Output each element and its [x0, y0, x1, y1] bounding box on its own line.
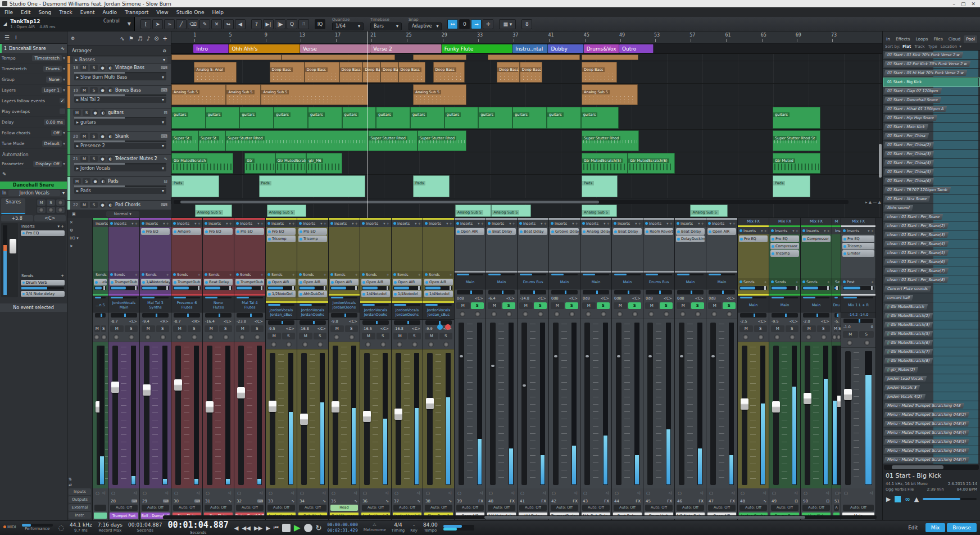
preview-loop-button[interactable]: ∞: [905, 496, 910, 503]
solo-button[interactable]: S: [90, 156, 98, 162]
fader-track[interactable]: [270, 353, 275, 485]
mixer-channel[interactable]: Inserts Ampire Sends TrumpetDub Presence…: [171, 218, 203, 520]
send-level[interactable]: [267, 286, 295, 290]
plugin-button[interactable]: 8: [521, 19, 532, 29]
audio-clip[interactable]: guitars: [581, 107, 619, 129]
solo-button[interactable]: S: [90, 87, 98, 93]
fader-cap[interactable]: [10, 239, 16, 253]
send-slot[interactable]: TrumpetDub: [110, 279, 138, 285]
audio-clip[interactable]: Super St.: [198, 130, 225, 151]
output-selector[interactable]: Main: [580, 273, 611, 289]
solo-button[interactable]: S: [628, 302, 642, 309]
send-slot[interactable]: 1/2NoteDel: [267, 291, 296, 297]
fader-area[interactable]: [140, 342, 171, 488]
pan-slider[interactable]: [362, 320, 389, 325]
instrument-selector[interactable]: ▸ Jordon Vocals ▾: [74, 165, 166, 171]
sends-header[interactable]: Sends: [203, 271, 234, 278]
file-row[interactable]: 01 Start - Per_China: [883, 132, 980, 140]
volume-value[interactable]: -16.8: [394, 327, 403, 331]
file-row[interactable]: clean - 01 Start - Per_Snare(7): [883, 266, 980, 275]
instrument-selector[interactable]: ▸ Mai Tai 2 ▾: [74, 97, 166, 103]
fader-area[interactable]: [297, 349, 328, 488]
mute-button[interactable]: M: [80, 87, 88, 93]
edit-view-button[interactable]: Edit: [902, 523, 923, 532]
automation-mode[interactable]: Auto: Off: [518, 505, 548, 512]
output-selector[interactable]: Main: [769, 296, 800, 312]
instrument-selector[interactable]: ▸ Basses ▾: [73, 57, 167, 63]
timeline-ruler[interactable]: 15913172125293337414549535761656973: [171, 31, 882, 44]
mute-button[interactable]: M: [425, 333, 438, 339]
output-selector[interactable]: Mai Tai 3Synths: [140, 296, 171, 312]
mute-button[interactable]: M: [645, 302, 659, 309]
close-icon[interactable]: ✕: [70, 220, 73, 225]
fader-track[interactable]: [773, 346, 779, 485]
audio-clip[interactable]: Deep Bass: [520, 62, 542, 83]
inserts-header[interactable]: Inserts: [392, 220, 423, 227]
pan-value[interactable]: <C>: [475, 296, 483, 301]
mixer-channel[interactable]: Inserts Open AIR Main: [455, 218, 486, 520]
fader-track[interactable]: [584, 323, 590, 485]
sends-header[interactable]: Se: [832, 278, 841, 285]
output-selector[interactable]: Main: [675, 273, 706, 289]
audio-clip[interactable]: guitars: [410, 107, 444, 129]
output-selector[interactable]: Drums Bus: [643, 273, 674, 289]
monitor-row[interactable]: [360, 488, 391, 497]
audio-clip[interactable]: Super St.: [171, 130, 198, 151]
automation-mode[interactable]: Auto: Off: [392, 505, 423, 512]
audio-clip[interactable]: guitars: [308, 107, 342, 129]
cue-knobs[interactable]: [171, 333, 202, 342]
sort-option[interactable]: Flat: [902, 44, 911, 49]
pan-slider[interactable]: [709, 290, 735, 294]
inspector-param-row[interactable]: Play overlaps: [0, 106, 67, 117]
browser-tab[interactable]: Pool: [964, 35, 977, 43]
pan-value[interactable]: <C>: [349, 319, 357, 324]
mixer-channel[interactable]: Inserts Room Reverb Drums Bus: [643, 218, 675, 520]
solo-button[interactable]: S: [502, 302, 516, 309]
inserts-header[interactable]: Inserts: [360, 220, 391, 227]
audio-clip[interactable]: Deep Bass: [270, 62, 305, 83]
mixer-channel[interactable]: Inserts Beat Delay DelayDucking Main: [675, 218, 706, 520]
audio-clip[interactable]: [282, 55, 395, 60]
fader-area[interactable]: [423, 349, 454, 488]
fader-track[interactable]: [396, 353, 401, 485]
mixer-channel[interactable]: Inserts Beat Delay Drums Bus: [518, 218, 549, 520]
aux-tool-button[interactable]: |▶: [275, 19, 285, 29]
monitor-row[interactable]: [234, 488, 265, 497]
aux-tool-button[interactable]: ▶|: [263, 19, 274, 29]
pan-value[interactable]: <C>: [286, 327, 294, 331]
file-row[interactable]: gtr_Mutes(2): [883, 365, 980, 374]
solo-button[interactable]: S: [565, 302, 579, 309]
pan-value[interactable]: 0: [871, 325, 873, 329]
sends-header[interactable]: Sends: [738, 278, 769, 285]
cue-knobs[interactable]: [108, 333, 139, 342]
monitor-button[interactable]: ◐: [107, 202, 114, 208]
automation-mode[interactable]: A: [832, 505, 841, 512]
cursor-icon[interactable]: ➤: [70, 244, 73, 248]
checkbox[interactable]: ✓: [60, 98, 65, 103]
solo-button[interactable]: S: [534, 302, 547, 309]
channel-name[interactable]: [94, 513, 107, 519]
mixer-channel[interactable]: Inserts Open AIR Main: [706, 218, 738, 520]
cue-knobs[interactable]: [423, 340, 454, 349]
send-slot[interactable]: Open AIR: [361, 279, 390, 285]
volume-value[interactable]: -5.: [834, 319, 840, 324]
menu-item[interactable]: View: [156, 10, 168, 15]
mixer-channel[interactable]: Inserts Pro EQ Sends Beat Delay NoneFlut…: [203, 218, 234, 520]
mixer-channel[interactable]: Inserts Pro EQ Sends TrumpetDub Mai Tai …: [234, 218, 266, 520]
monitor-row[interactable]: [203, 488, 234, 497]
mixer-channel[interactable]: Inserts Sends TrumpetDub JordonVocalsMai…: [108, 218, 140, 520]
pan-value[interactable]: <C>: [412, 327, 420, 331]
fader-cap[interactable]: [772, 401, 780, 412]
tool-button[interactable]: ✕: [211, 19, 222, 29]
edit-icon[interactable]: ✎: [0, 169, 67, 179]
insert-slot[interactable]: Pro EQ: [842, 235, 874, 242]
sends-header[interactable]: Sends: [234, 271, 265, 278]
monitor-button[interactable]: ◐: [107, 156, 114, 162]
solo-button[interactable]: S: [817, 325, 831, 332]
audio-clip[interactable]: Deep Bass: [398, 62, 425, 83]
instr-button[interactable]: Instr.: [69, 512, 91, 519]
file-row[interactable]: 01 Start - Per_China(4): [883, 158, 980, 167]
fader-area[interactable]: [675, 319, 706, 488]
audio-clip[interactable]: Super Stutter Rhod: [225, 130, 368, 151]
pan-value[interactable]: <C>: [790, 319, 798, 324]
